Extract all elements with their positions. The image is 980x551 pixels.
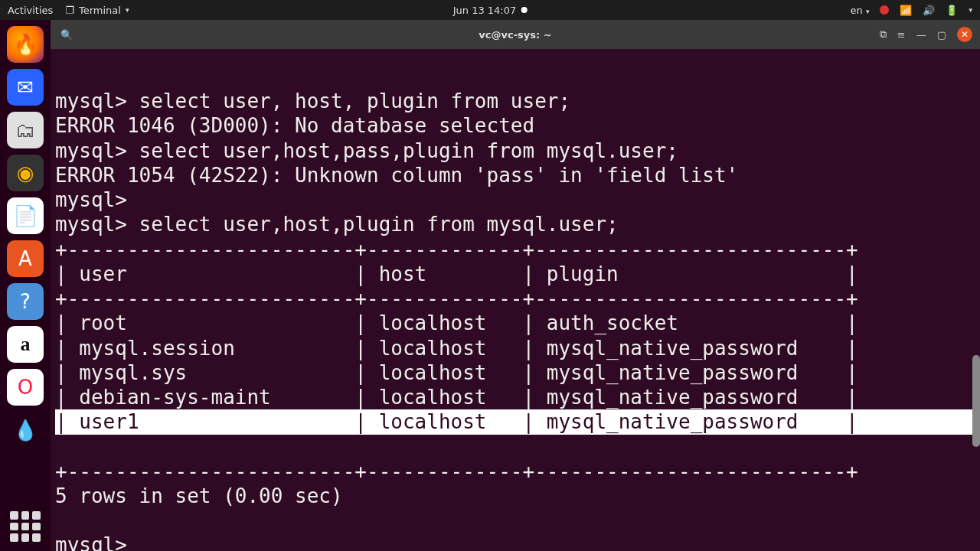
dock-item-firefox[interactable]: 🔥 (7, 26, 44, 63)
input-language[interactable]: en ▾ (851, 5, 870, 16)
app-menu[interactable]: ❐ Terminal ▾ (65, 5, 129, 16)
dock-item-help[interactable]: ? (7, 283, 44, 320)
terminal-line: ERROR 1046 (3D000): No database selected (55, 114, 534, 137)
hamburger-menu-icon[interactable]: ≡ (897, 29, 906, 41)
chevron-down-icon: ▾ (126, 6, 129, 14)
battery-icon[interactable]: 🔋 (946, 5, 958, 16)
dock-item-deluge[interactable]: 💧 (7, 412, 44, 448)
close-button[interactable]: ✕ (957, 27, 972, 42)
scrollbar-thumb[interactable] (972, 355, 980, 447)
wifi-icon[interactable]: 📶 (900, 5, 912, 16)
dock-item-software[interactable]: A (7, 240, 44, 277)
terminal-line: mysql> select user, host, plugin from us… (55, 90, 570, 112)
new-tab-icon[interactable]: ⧉ (880, 28, 887, 41)
search-icon[interactable]: 🔍 (58, 29, 75, 41)
dock-item-opera[interactable]: O (7, 369, 44, 406)
table-row-selected: | user1 | localhost | mysql_native_passw… (55, 409, 975, 434)
table-separator: +------------------------+-------------+… (55, 460, 858, 483)
maximize-button[interactable]: ▢ (937, 29, 946, 41)
show-applications-button[interactable] (10, 511, 41, 542)
dock-item-thunderbird[interactable]: ✉ (7, 69, 44, 106)
volume-icon[interactable]: 🔊 (923, 5, 935, 16)
terminal-window: 🔍 vc@vc-sys: ~ ⧉ ≡ — ▢ ✕ mysql> select u… (51, 20, 980, 551)
dock: 🔥 ✉ 🗂 ◉ 📄 A ? a O 💧 (0, 20, 51, 551)
terminal-titlebar: 🔍 vc@vc-sys: ~ ⧉ ≡ — ▢ ✕ (51, 20, 980, 49)
minimize-button[interactable]: — (916, 29, 926, 41)
system-menu-chevron-icon[interactable]: ▾ (969, 6, 972, 14)
table-separator: +------------------------+-------------+… (55, 238, 858, 261)
table-row: | root | localhost | auth_socket | (55, 311, 858, 334)
table-header: | user | host | plugin | (55, 262, 858, 285)
gnome-top-panel: Activities ❐ Terminal ▾ Jun 13 14:07 en … (0, 0, 980, 20)
clock-label: Jun 13 14:07 (453, 5, 517, 16)
table-separator: +------------------------+-------------+… (55, 287, 858, 310)
table-row: | mysql.session | localhost | mysql_nati… (55, 337, 858, 360)
dock-item-amazon[interactable]: a (7, 326, 44, 363)
terminal-output[interactable]: mysql> select user, host, plugin from us… (51, 49, 980, 551)
activities-button[interactable]: Activities (8, 5, 53, 16)
terminal-line: mysql> (55, 188, 139, 211)
clock[interactable]: Jun 13 14:07 (453, 5, 528, 16)
table-row: | mysql.sys | localhost | mysql_native_p… (55, 361, 858, 384)
dock-item-writer[interactable]: 📄 (7, 197, 44, 234)
terminal-line: ERROR 1054 (42S22): Unknown column 'pass… (55, 164, 738, 187)
dock-item-rhythmbox[interactable]: ◉ (7, 155, 44, 191)
terminal-line: mysql> select user,host,plugin from mysq… (55, 213, 619, 236)
terminal-line: mysql> select user,host,pass,plugin from… (55, 139, 678, 162)
notification-dot-icon (521, 7, 527, 13)
window-title: vc@vc-sys: ~ (479, 29, 551, 41)
terminal-icon: ❐ (65, 5, 74, 16)
result-summary: 5 rows in set (0.00 sec) (55, 484, 343, 507)
record-indicator-icon[interactable] (880, 5, 889, 15)
terminal-prompt: mysql> (55, 533, 139, 551)
chevron-down-icon: ▾ (866, 8, 870, 15)
app-menu-label: Terminal (79, 5, 121, 16)
table-row: | debian-sys-maint | localhost | mysql_n… (55, 386, 858, 409)
dock-item-files[interactable]: 🗂 (7, 112, 44, 148)
